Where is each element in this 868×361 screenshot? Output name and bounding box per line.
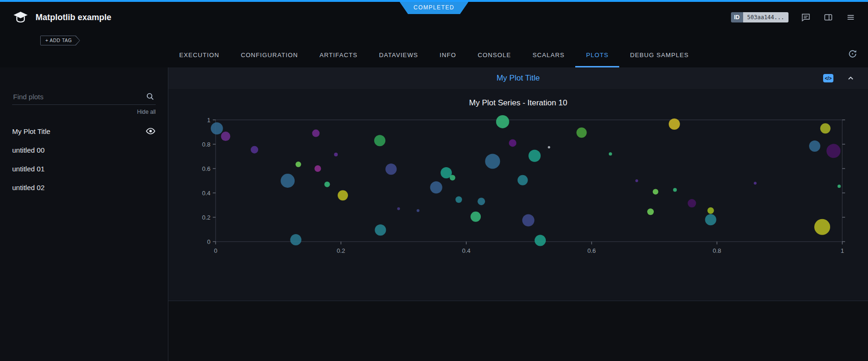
scatter-point	[397, 207, 400, 210]
scatter-point	[221, 132, 230, 141]
header-actions: ID 503aa144...	[731, 12, 856, 22]
scatter-point	[430, 181, 442, 193]
scatter-point	[290, 234, 302, 245]
plot-list-item-label: untitled 00	[12, 146, 44, 154]
scatter-point	[577, 127, 587, 138]
tab-bar: EXECUTIONCONFIGURATIONARTIFACTSDATAVIEWS…	[0, 44, 868, 67]
plot-panel-title: My Plot Title	[497, 74, 540, 83]
x-tick-label: 1	[840, 247, 844, 254]
scatter-point	[312, 130, 319, 137]
scatter-point	[528, 150, 541, 162]
scatter-plot-svg[interactable]: 00.20.40.60.8100.20.40.60.81	[184, 114, 853, 262]
chart-holder: 00.20.40.60.8100.20.40.60.81	[168, 114, 868, 262]
visibility-eye-icon[interactable]	[145, 126, 156, 136]
tab-dataviews[interactable]: DATAVIEWS	[368, 44, 429, 67]
id-badge-value: 503aa144...	[743, 12, 788, 22]
main-area: My Plot Title </> My Plot Series - Itera…	[168, 67, 868, 361]
plot-panel-header: My Plot Title </>	[168, 67, 868, 89]
search-input[interactable]	[12, 90, 156, 105]
scatter-point	[450, 175, 456, 181]
scatter-point	[754, 182, 757, 184]
scatter-point	[838, 184, 841, 188]
app-logo-icon	[12, 10, 29, 25]
plot-list-item-label: untitled 01	[12, 165, 44, 173]
experiment-id-badge[interactable]: ID 503aa144...	[731, 12, 788, 22]
y-tick-label: 0.8	[202, 141, 210, 148]
scatter-point	[673, 188, 677, 192]
scatter-point	[417, 209, 420, 212]
collapse-chevron-icon[interactable]	[846, 74, 855, 82]
tab-artifacts[interactable]: ARTIFACTS	[309, 44, 368, 67]
plot-list-item[interactable]: untitled 02	[12, 178, 156, 197]
plot-list-item[interactable]: My Plot Title	[12, 122, 156, 140]
x-tick-label: 0.6	[587, 247, 596, 254]
tab-scalars[interactable]: SCALARS	[522, 44, 575, 67]
plot-list-item-label: untitled 02	[12, 184, 44, 192]
y-tick-label: 0.2	[202, 214, 210, 221]
scatter-point	[635, 179, 638, 182]
scatter-point	[609, 152, 612, 155]
scatter-point	[375, 224, 386, 236]
scatter-point	[669, 118, 680, 130]
scatter-point	[647, 208, 654, 215]
details-panel-icon[interactable]	[823, 12, 833, 22]
chart-title: My Plot Series - Iteration 10	[168, 98, 868, 108]
app-header: COMPLETED Matplotlib example ID 503aa144…	[0, 2, 868, 67]
scatter-point	[705, 214, 716, 225]
hide-all-button[interactable]: Hide all	[12, 109, 156, 115]
scatter-point	[653, 189, 658, 194]
plot-panel-body: My Plot Series - Iteration 10 00.20.40.6…	[168, 89, 868, 262]
x-tick-label: 0.8	[713, 247, 721, 254]
search-wrap	[12, 90, 156, 105]
scatter-point	[325, 182, 330, 187]
scatter-point	[522, 214, 535, 227]
tab-configuration[interactable]: CONFIGURATION	[230, 44, 309, 67]
plot-list: My Plot Titleuntitled 00untitled 01untit…	[12, 122, 156, 197]
scatter-point	[509, 139, 516, 147]
x-tick-label: 0	[214, 247, 217, 254]
scatter-point	[820, 123, 831, 133]
experiment-title: Matplotlib example	[36, 13, 111, 22]
scatter-point	[251, 146, 258, 154]
scatter-point	[374, 135, 385, 146]
x-tick-label: 0.2	[337, 247, 345, 254]
scatter-point	[477, 198, 485, 205]
scatter-point	[496, 115, 509, 128]
tab-plots[interactable]: PLOTS	[575, 44, 619, 67]
y-tick-label: 0.4	[202, 190, 210, 197]
scatter-point	[385, 163, 397, 175]
scatter-point	[535, 235, 546, 246]
scatter-point	[826, 144, 840, 158]
scatter-point	[470, 212, 481, 222]
id-badge-label: ID	[731, 12, 743, 22]
scatter-point	[296, 162, 301, 167]
scatter-point	[211, 122, 223, 134]
y-tick-label: 1	[207, 117, 210, 124]
search-icon[interactable]	[145, 92, 155, 103]
feedback-icon[interactable]	[801, 12, 811, 22]
menu-icon[interactable]	[846, 12, 856, 22]
scatter-point	[338, 190, 348, 200]
scatter-point	[708, 207, 714, 214]
embed-code-icon[interactable]: </>	[823, 74, 833, 82]
scatter-point	[809, 140, 820, 152]
tab-console[interactable]: CONSOLE	[467, 44, 521, 67]
y-tick-label: 0	[207, 238, 210, 245]
plots-sidebar: Hide all My Plot Titleuntitled 00untitle…	[0, 67, 168, 361]
plot-list-item-label: My Plot Title	[12, 127, 51, 135]
content-area: Hide all My Plot Titleuntitled 00untitle…	[0, 67, 868, 361]
plot-panel: My Plot Title </> My Plot Series - Itera…	[168, 67, 868, 301]
scatter-point	[687, 199, 696, 207]
scatter-point	[485, 154, 500, 169]
auto-refresh-icon[interactable]	[847, 49, 858, 59]
plot-list-item[interactable]: untitled 00	[12, 140, 156, 159]
scatter-point	[456, 196, 462, 203]
plot-panel-actions: </>	[823, 74, 855, 82]
plot-list-item[interactable]: untitled 01	[12, 159, 156, 178]
tab-info[interactable]: INFO	[429, 44, 467, 67]
scatter-point	[518, 175, 528, 185]
tab-debug-samples[interactable]: DEBUG SAMPLES	[619, 44, 700, 67]
scatter-point	[314, 165, 321, 172]
tab-execution[interactable]: EXECUTION	[168, 44, 230, 67]
scatter-point	[548, 146, 550, 148]
